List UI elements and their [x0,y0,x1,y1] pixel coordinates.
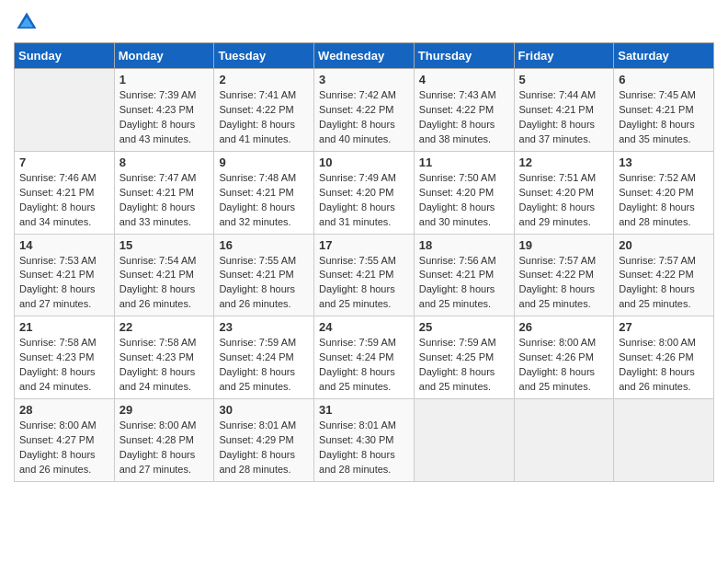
day-number: 27 [619,320,709,334]
day-number: 18 [419,238,509,252]
day-number: 13 [619,155,709,169]
day-number: 24 [319,320,409,334]
week-row-1: 1Sunrise: 7:39 AMSunset: 4:23 PMDaylight… [15,69,714,152]
logo-icon [14,9,40,35]
week-row-2: 7Sunrise: 7:46 AMSunset: 4:21 PMDaylight… [15,151,714,234]
day-number: 10 [319,155,409,169]
day-number: 26 [519,320,609,334]
day-number: 29 [119,403,210,417]
cell-content: Sunrise: 8:00 AMSunset: 4:27 PMDaylight:… [19,419,109,477]
calendar-cell: 24Sunrise: 7:59 AMSunset: 4:24 PMDayligh… [314,316,415,399]
calendar-cell: 3Sunrise: 7:42 AMSunset: 4:22 PMDaylight… [314,69,415,152]
cell-content: Sunrise: 7:57 AMSunset: 4:22 PMDaylight:… [619,254,709,313]
day-number: 4 [419,73,509,86]
cell-content: Sunrise: 7:59 AMSunset: 4:24 PMDaylight:… [319,336,409,395]
cell-content: Sunrise: 7:50 AMSunset: 4:20 PMDaylight:… [419,171,509,230]
calendar-cell: 17Sunrise: 7:55 AMSunset: 4:21 PMDayligh… [314,234,415,316]
calendar-cell: 5Sunrise: 7:44 AMSunset: 4:21 PMDaylight… [514,69,614,152]
day-number: 30 [219,403,309,417]
cell-content: Sunrise: 7:54 AMSunset: 4:21 PMDaylight:… [119,254,210,313]
cell-content: Sunrise: 7:44 AMSunset: 4:21 PMDaylight:… [519,88,609,147]
calendar-cell: 31Sunrise: 8:01 AMSunset: 4:30 PMDayligh… [314,399,415,482]
cell-content: Sunrise: 7:56 AMSunset: 4:21 PMDaylight:… [419,254,509,313]
week-row-5: 28Sunrise: 8:00 AMSunset: 4:27 PMDayligh… [15,399,714,482]
calendar-cell: 27Sunrise: 8:00 AMSunset: 4:26 PMDayligh… [614,316,714,399]
day-number: 2 [219,73,309,86]
cell-content: Sunrise: 8:01 AMSunset: 4:29 PMDaylight:… [219,419,309,477]
cell-content: Sunrise: 7:53 AMSunset: 4:21 PMDaylight:… [19,254,109,313]
day-number: 17 [319,238,409,252]
cell-content: Sunrise: 7:58 AMSunset: 4:23 PMDaylight:… [19,336,109,395]
cell-content: Sunrise: 7:47 AMSunset: 4:21 PMDaylight:… [119,171,210,230]
cell-content: Sunrise: 7:57 AMSunset: 4:22 PMDaylight:… [519,254,609,313]
day-number: 11 [419,155,509,169]
day-number: 1 [119,73,210,86]
calendar-cell: 22Sunrise: 7:58 AMSunset: 4:23 PMDayligh… [114,316,214,399]
calendar-cell: 13Sunrise: 7:52 AMSunset: 4:20 PMDayligh… [614,151,714,234]
day-number: 28 [19,403,109,417]
calendar-cell: 26Sunrise: 8:00 AMSunset: 4:26 PMDayligh… [514,316,614,399]
cell-content: Sunrise: 7:58 AMSunset: 4:23 PMDaylight:… [119,336,210,395]
calendar-cell: 21Sunrise: 7:58 AMSunset: 4:23 PMDayligh… [15,316,115,399]
cell-content: Sunrise: 8:01 AMSunset: 4:30 PMDaylight:… [319,419,409,477]
cell-content: Sunrise: 7:51 AMSunset: 4:20 PMDaylight:… [519,171,609,230]
calendar-cell [414,399,514,482]
day-number: 8 [119,155,210,169]
day-number: 15 [119,238,210,252]
day-number: 20 [619,238,709,252]
cell-content: Sunrise: 8:00 AMSunset: 4:26 PMDaylight:… [619,336,709,395]
calendar-cell: 16Sunrise: 7:55 AMSunset: 4:21 PMDayligh… [214,234,314,316]
calendar-cell: 29Sunrise: 8:00 AMSunset: 4:28 PMDayligh… [114,399,214,482]
day-header-sunday: Sunday [15,43,115,69]
day-number: 19 [519,238,609,252]
day-number: 31 [319,403,409,417]
cell-content: Sunrise: 7:43 AMSunset: 4:22 PMDaylight:… [419,88,509,147]
calendar-cell: 15Sunrise: 7:54 AMSunset: 4:21 PMDayligh… [114,234,214,316]
cell-content: Sunrise: 7:59 AMSunset: 4:25 PMDaylight:… [419,336,509,395]
calendar-cell [614,399,714,482]
calendar-cell: 2Sunrise: 7:41 AMSunset: 4:22 PMDaylight… [214,69,314,152]
calendar-cell: 10Sunrise: 7:49 AMSunset: 4:20 PMDayligh… [314,151,415,234]
calendar-cell: 30Sunrise: 8:01 AMSunset: 4:29 PMDayligh… [214,399,314,482]
calendar-cell: 9Sunrise: 7:48 AMSunset: 4:21 PMDaylight… [214,151,314,234]
week-row-3: 14Sunrise: 7:53 AMSunset: 4:21 PMDayligh… [15,234,714,316]
logo [14,9,43,35]
week-row-4: 21Sunrise: 7:58 AMSunset: 4:23 PMDayligh… [15,316,714,399]
calendar-table: SundayMondayTuesdayWednesdayThursdayFrid… [14,42,714,482]
calendar-cell: 14Sunrise: 7:53 AMSunset: 4:21 PMDayligh… [15,234,115,316]
calendar-cell: 28Sunrise: 8:00 AMSunset: 4:27 PMDayligh… [15,399,115,482]
day-number: 23 [219,320,309,334]
page-header [14,9,714,35]
day-number: 14 [19,238,109,252]
cell-content: Sunrise: 7:48 AMSunset: 4:21 PMDaylight:… [219,171,309,230]
calendar-cell: 23Sunrise: 7:59 AMSunset: 4:24 PMDayligh… [214,316,314,399]
calendar-cell: 11Sunrise: 7:50 AMSunset: 4:20 PMDayligh… [414,151,514,234]
day-number: 3 [319,73,409,86]
cell-content: Sunrise: 8:00 AMSunset: 4:28 PMDaylight:… [119,419,210,477]
day-header-tuesday: Tuesday [214,43,314,69]
cell-content: Sunrise: 7:59 AMSunset: 4:24 PMDaylight:… [219,336,309,395]
calendar-cell [514,399,614,482]
calendar-cell: 1Sunrise: 7:39 AMSunset: 4:23 PMDaylight… [114,69,214,152]
day-number: 9 [219,155,309,169]
day-number: 12 [519,155,609,169]
calendar-cell: 18Sunrise: 7:56 AMSunset: 4:21 PMDayligh… [414,234,514,316]
day-number: 21 [19,320,109,334]
calendar-cell: 12Sunrise: 7:51 AMSunset: 4:20 PMDayligh… [514,151,614,234]
day-number: 22 [119,320,210,334]
calendar-cell: 20Sunrise: 7:57 AMSunset: 4:22 PMDayligh… [614,234,714,316]
cell-content: Sunrise: 7:45 AMSunset: 4:21 PMDaylight:… [619,88,709,147]
cell-content: Sunrise: 7:49 AMSunset: 4:20 PMDaylight:… [319,171,409,230]
day-number: 7 [19,155,109,169]
header-row: SundayMondayTuesdayWednesdayThursdayFrid… [15,43,714,69]
calendar-cell: 4Sunrise: 7:43 AMSunset: 4:22 PMDaylight… [414,69,514,152]
day-header-monday: Monday [114,43,214,69]
cell-content: Sunrise: 7:55 AMSunset: 4:21 PMDaylight:… [219,254,309,313]
day-number: 5 [519,73,609,86]
cell-content: Sunrise: 8:00 AMSunset: 4:26 PMDaylight:… [519,336,609,395]
day-header-wednesday: Wednesday [314,43,415,69]
cell-content: Sunrise: 7:52 AMSunset: 4:20 PMDaylight:… [619,171,709,230]
cell-content: Sunrise: 7:42 AMSunset: 4:22 PMDaylight:… [319,88,409,147]
day-header-thursday: Thursday [414,43,514,69]
calendar-cell: 19Sunrise: 7:57 AMSunset: 4:22 PMDayligh… [514,234,614,316]
